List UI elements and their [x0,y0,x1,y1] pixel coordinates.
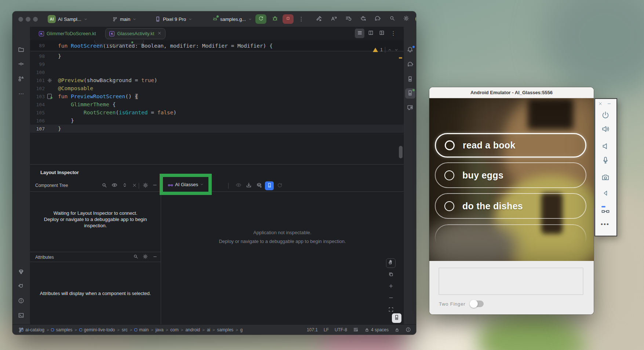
notifications-button[interactable] [405,45,415,55]
volume-down-button[interactable] [601,142,610,152]
terminal-tool-button[interactable] [16,311,26,321]
build-run-button[interactable] [313,14,324,24]
problems-tool-button[interactable] [16,296,26,306]
breadcrumb-item[interactable]: java [156,327,164,332]
volume-up-button[interactable] [601,125,610,135]
emulator-title-bar[interactable]: Android Emulator - AI_Glasses:5556 [429,87,594,98]
breadcrumb-item[interactable]: com [170,327,179,332]
indent-config-icon[interactable] [353,327,359,332]
project-widget[interactable]: AI AI Sampl... [48,11,88,27]
preview-settings-gutter-icon[interactable] [45,78,54,83]
file-encoding[interactable]: UTF-8 [335,327,347,332]
microphone-button[interactable] [601,156,610,166]
more-tool-windows-button[interactable]: ⋯ [16,89,26,99]
vcs-branch-widget[interactable]: main [112,11,137,27]
breadcrumb-item[interactable]: samples [217,327,233,332]
zoom-window-button[interactable] [33,17,38,22]
caret-position[interactable]: 107:1 [307,327,318,332]
gemini-tool-button[interactable] [405,103,415,113]
apply-code-changes-button[interactable] [343,14,354,24]
tree-search-button[interactable] [100,181,109,190]
camera-button[interactable] [601,173,610,183]
refresh-button[interactable] [275,181,284,190]
breadcrumb-item[interactable]: g [240,327,243,332]
breadcrumb-item[interactable]: android [185,327,200,332]
breadcrumb-item[interactable]: ai [207,327,210,332]
pan-mode-button[interactable] [386,258,396,268]
editor-options-button[interactable]: ⋮ [389,29,398,38]
zoom-in-button[interactable] [386,282,396,291]
more-actions-button[interactable]: ⋮ [296,14,307,24]
back-button[interactable] [601,189,610,199]
device-selector[interactable]: Pixel 9 Pro [155,11,192,27]
hide-attributes-button[interactable] [150,253,159,262]
tree-settings-button[interactable] [141,181,150,190]
tab-glimmertodoscreen[interactable]: K GlimmerToDoScreen.kt [35,28,99,39]
project-tool-button[interactable] [16,45,26,55]
layers-button[interactable] [255,181,263,190]
line-separator[interactable]: LF [324,327,329,332]
user-avatar[interactable] [415,15,416,23]
todo-item[interactable]: do the dishes [435,193,586,219]
editor-layout-button[interactable] [377,29,386,38]
gradle-sync-button[interactable] [372,14,383,24]
emulator-close-button[interactable] [598,101,603,107]
todo-item[interactable]: buy eggs [435,162,586,188]
tab-glassesactivity[interactable]: K GlassesActivity.kt [105,28,165,39]
settings-button[interactable] [401,14,412,24]
attach-debugger-button[interactable] [357,14,368,24]
code-line[interactable]: 107} [30,125,404,133]
two-finger-toggle[interactable] [470,301,484,307]
code-line[interactable]: 99 [30,60,404,68]
code-line[interactable]: 104 GlimmerTheme { [30,100,404,108]
version-control-tool-button[interactable] [16,325,26,335]
info-icon[interactable] [405,327,411,332]
resource-manager-tool-button[interactable] [16,74,26,85]
breadcrumb[interactable]: ai-catalog>samples>gemini-live-todo>src>… [21,327,243,332]
layout-inspector-toggle-button[interactable] [392,313,401,323]
ai-glasses-button[interactable] [601,206,610,216]
inspections-widget[interactable]: 1 [373,47,399,53]
tree-visibility-button[interactable] [110,181,119,190]
run-configuration-selector[interactable]: samples.g... [212,11,252,27]
split-editor-button[interactable] [366,29,375,38]
previous-problem-button[interactable] [388,48,392,52]
attributes-search-button[interactable] [131,253,140,262]
export-snapshot-button[interactable] [244,181,253,190]
emulator-minimize-button[interactable] [607,101,611,107]
emulator-input-box[interactable] [439,268,583,295]
breadcrumb-item[interactable]: main [134,327,149,332]
profiler-tool-button[interactable] [16,281,26,292]
breadcrumb-item[interactable]: src [122,327,128,332]
breadcrumb-item[interactable]: samples [51,327,72,332]
editor-scrollbar[interactable] [399,146,403,158]
indent-widget[interactable]: 4 spaces [364,327,389,332]
process-picker-highlight[interactable]: AI Glasses [160,174,212,195]
inspector-visibility-button[interactable] [234,181,243,190]
rerun-button[interactable] [255,14,266,24]
more-options-button[interactable]: ••• [601,221,610,228]
code-line[interactable]: 98} [30,52,404,60]
zoom-out-button[interactable] [386,294,396,303]
app-quality-insights-tool-button[interactable] [16,267,26,277]
expand-all-button[interactable] [120,181,129,190]
close-window-button[interactable] [18,17,23,22]
emulator-screen[interactable]: read a bookbuy eggsdo the dishes [429,98,594,261]
code-editor[interactable]: 89fun RootScreen(isGranted: Boolean, mod… [30,40,404,164]
power-button[interactable] [601,111,610,121]
debug-button[interactable] [269,14,280,24]
collapse-all-button[interactable] [130,181,139,190]
code-line[interactable]: 100 [30,68,404,76]
minimize-window-button[interactable] [26,17,30,22]
code-line[interactable]: 101@Preview(showBackground = true) [30,76,404,84]
stop-button[interactable] [283,14,294,24]
hide-tree-button[interactable] [150,181,159,190]
running-devices-tool-button[interactable] [405,88,415,99]
layer-mode-button[interactable] [386,270,396,280]
todo-item[interactable]: read a book [435,133,586,158]
next-problem-button[interactable] [394,48,399,52]
toggle-deep-inspect-button[interactable] [265,181,274,190]
code-line[interactable]: 106 } [30,117,404,125]
apply-changes-button[interactable] [328,14,339,24]
file-writable-icon[interactable] [394,327,400,332]
